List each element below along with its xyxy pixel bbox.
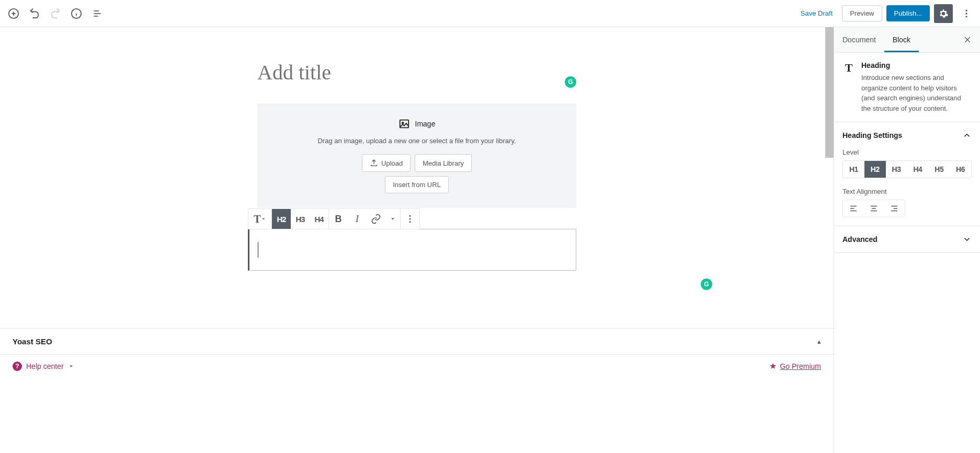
chevron-down-icon	[962, 235, 972, 244]
caret-up-icon: ▴	[817, 338, 821, 345]
heading-block-icon: T	[842, 61, 855, 113]
toolbar-h4-button[interactable]: H4	[310, 209, 328, 229]
toolbar-h3-button[interactable]: H3	[291, 209, 310, 229]
align-right-icon	[890, 204, 899, 213]
heading-level-group: H1 H2 H3 H4 H5 H6	[842, 160, 972, 178]
go-premium-link[interactable]: Go Premium	[780, 362, 821, 370]
block-card: T Heading Introduce new sections and org…	[842, 61, 972, 113]
preview-button[interactable]: Preview	[842, 5, 882, 21]
info-icon	[71, 8, 82, 19]
info-button[interactable]	[67, 4, 86, 23]
more-rich-text-button[interactable]	[385, 209, 400, 229]
close-sidebar-button[interactable]	[955, 27, 980, 52]
block-toolbar: T H2 H3 H4 B I	[248, 208, 420, 229]
heading-input[interactable]	[248, 229, 576, 271]
help-center-button[interactable]: ? Help center	[13, 362, 74, 371]
help-center-label: Help center	[26, 362, 64, 370]
image-block-description: Drag an image, upload a new one or selec…	[268, 137, 566, 145]
text-cursor	[258, 242, 258, 258]
level-h5-button[interactable]: H5	[928, 161, 950, 178]
level-label: Level	[842, 148, 972, 156]
svg-point-9	[965, 9, 967, 11]
svg-point-11	[965, 16, 967, 17]
chevron-down-icon	[261, 216, 266, 222]
heading-settings-title: Heading Settings	[842, 131, 902, 140]
more-menu-button[interactable]	[957, 4, 976, 23]
grammarly-badge[interactable]: G	[565, 76, 576, 88]
svg-point-14	[409, 215, 411, 217]
block-card-title: Heading	[861, 61, 972, 69]
align-left-button[interactable]	[843, 200, 863, 217]
more-vertical-icon	[961, 8, 972, 19]
list-icon	[92, 8, 102, 19]
svg-point-10	[965, 13, 967, 14]
link-icon	[371, 214, 381, 224]
go-premium: ★ Go Premium	[769, 361, 821, 371]
align-left-icon	[849, 204, 858, 213]
level-h2-button[interactable]: H2	[864, 161, 886, 178]
level-h6-button[interactable]: H6	[950, 161, 971, 178]
yoast-panel-header[interactable]: Yoast SEO ▴	[0, 329, 834, 355]
level-h3-button[interactable]: H3	[886, 161, 907, 178]
question-icon: ?	[13, 362, 22, 371]
svg-point-15	[409, 218, 411, 220]
insert-from-url-button[interactable]: Insert from URL	[385, 176, 449, 193]
upload-button[interactable]: Upload	[362, 154, 411, 172]
settings-toggle-button[interactable]	[934, 4, 953, 23]
upload-icon	[370, 159, 378, 167]
block-more-options-button[interactable]	[401, 209, 419, 229]
text-alignment-group	[842, 200, 905, 217]
plus-circle-icon	[8, 8, 19, 19]
chevron-down-icon	[68, 363, 74, 369]
level-h4-button[interactable]: H4	[907, 161, 928, 178]
heading-settings-header[interactable]: Heading Settings	[834, 122, 980, 148]
image-icon	[398, 118, 410, 130]
yoast-title: Yoast SEO	[13, 337, 52, 346]
change-block-type-button[interactable]: T	[248, 209, 271, 229]
grammarly-badge-secondary[interactable]: G	[701, 278, 712, 290]
italic-button[interactable]: I	[348, 209, 367, 229]
heading-block[interactable]: T H2 H3 H4 B I	[248, 208, 576, 271]
undo-button[interactable]	[25, 4, 44, 23]
text-alignment-label: Text Alignment	[842, 188, 972, 195]
scrollbar[interactable]	[825, 27, 834, 158]
top-toolbar-left	[4, 4, 107, 23]
editor-canvas[interactable]: G Image Drag an image, upload a new one …	[0, 27, 834, 453]
block-card-description: Introduce new sections and organize cont…	[861, 73, 972, 113]
align-center-icon	[869, 204, 879, 213]
sidebar-tabs: Document Block	[834, 27, 980, 53]
link-button[interactable]	[367, 209, 385, 229]
redo-button[interactable]	[46, 4, 65, 23]
save-draft-button[interactable]: Save Draft	[795, 5, 838, 21]
chevron-down-icon	[390, 216, 396, 222]
post-title-input[interactable]	[257, 56, 565, 91]
align-right-button[interactable]	[884, 200, 905, 217]
tab-document[interactable]: Document	[834, 27, 884, 52]
gear-icon	[938, 8, 949, 19]
image-block-label: Image	[415, 120, 436, 128]
star-icon: ★	[769, 361, 777, 371]
undo-icon	[29, 8, 40, 19]
svg-point-13	[402, 122, 403, 124]
top-toolbar-right: Save Draft Preview Publish...	[795, 4, 976, 23]
advanced-title: Advanced	[842, 235, 878, 243]
bold-button[interactable]: B	[329, 209, 348, 229]
yoast-seo-panel: Yoast SEO ▴ ? Help center ★ Go Premium	[0, 328, 834, 377]
chevron-up-icon	[962, 131, 972, 140]
tab-block[interactable]: Block	[884, 27, 919, 52]
more-vertical-icon	[405, 214, 415, 224]
upload-button-label: Upload	[381, 159, 403, 167]
media-library-button[interactable]: Media Library	[415, 154, 472, 172]
close-icon	[963, 36, 972, 44]
image-block-placeholder[interactable]: Image Drag an image, upload a new one or…	[257, 103, 576, 208]
level-h1-button[interactable]: H1	[843, 161, 864, 178]
add-block-button[interactable]	[4, 4, 23, 23]
advanced-panel-header[interactable]: Advanced	[834, 226, 980, 252]
align-center-button[interactable]	[863, 200, 884, 217]
text-type-icon: T	[254, 213, 260, 225]
redo-icon	[50, 8, 61, 19]
settings-sidebar: Document Block T Heading Introduce new s…	[834, 27, 980, 453]
outline-button[interactable]	[88, 4, 107, 23]
toolbar-h2-button[interactable]: H2	[272, 209, 291, 229]
publish-button[interactable]: Publish...	[886, 5, 930, 21]
